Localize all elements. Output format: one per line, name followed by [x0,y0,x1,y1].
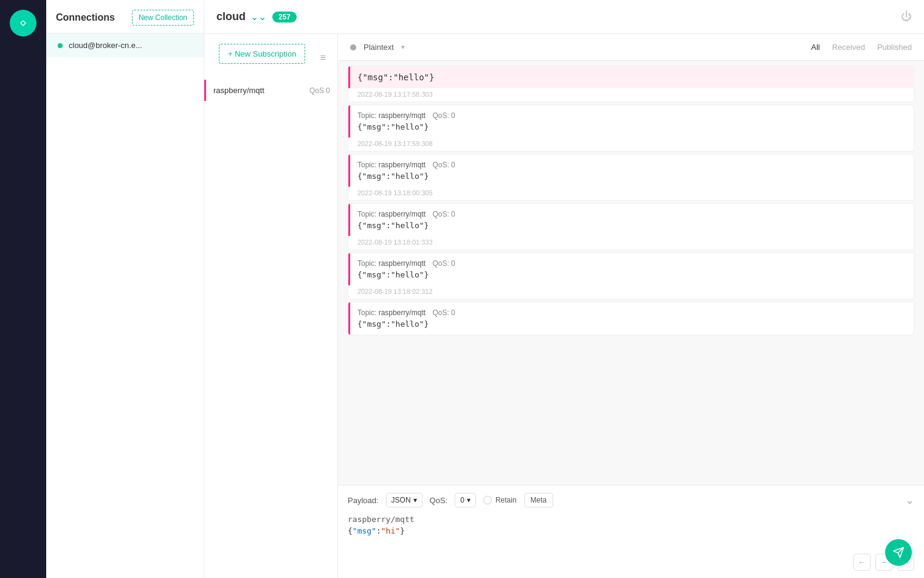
table-row: Topic: raspberry/mqtt QoS: 0 {"msg":"hel… [348,105,914,151]
meta-button[interactable]: Meta [524,493,554,507]
connections-panel: Connections New Collection cloud@broker-… [46,0,204,578]
connections-title: Connections [56,12,125,23]
publish-editor[interactable]: raspberry/mqtt {"msg":"hi"} [348,512,914,549]
message-body: Topic: raspberry/mqtt QoS: 0 {"msg":"hel… [357,259,906,279]
message-topic-name: raspberry/mqtt [379,210,426,218]
payload-type-chevron: ▾ [413,496,417,504]
messages-area-wrapper: Plaintext ▾ All Received Published {"m [338,34,924,578]
message-timestamp: 2022-08-19 13:17:58:303 [348,88,914,102]
message-payload: {"msg":"hello"} [357,172,906,181]
collapse-button[interactable]: ⌄ [905,493,914,507]
tab-received[interactable]: Received [832,41,865,53]
message-timestamp: 2022-08-19 13:18:01:333 [348,236,914,249]
message-topic-line: Topic: raspberry/mqtt QoS: 0 [357,259,906,268]
message-qos: QoS: 0 [430,111,455,120]
message-topic-line: Topic: raspberry/mqtt QoS: 0 [357,111,906,120]
new-collection-button[interactable]: New Collection [132,10,194,26]
tab-bar: All Received Published [811,41,912,53]
message-payload: {"msg":"hello"} [357,122,906,131]
message-topic-name: raspberry/mqtt [379,308,426,317]
content-body: + New Subscription ≡ raspberry/mqtt QoS … [204,34,924,578]
subscription-topic: raspberry/mqtt [213,86,309,95]
message-content: Topic: raspberry/mqtt QoS: 0 {"msg":"hel… [348,204,914,236]
table-row: Topic: raspberry/mqtt QoS: 0 {"msg":"hel… [348,154,914,201]
message-content: {"msg":"hello"} [348,66,914,88]
table-row: {"msg":"hello"} 2022-08-19 13:17:58:303 [348,66,914,102]
message-qos: QoS: 0 [430,308,455,317]
connection-status-dot [58,43,63,48]
message-payload: {"msg":"hello"} [357,72,906,82]
json-key: "msg" [353,526,376,535]
new-subscription-button[interactable]: + New Subscription [219,44,305,64]
message-body: Topic: raspberry/mqtt QoS: 0 {"msg":"hel… [357,308,906,329]
tab-published[interactable]: Published [877,41,912,53]
messages-area: Plaintext ▾ All Received Published {"m [338,34,924,578]
message-topic-name: raspberry/mqtt [379,161,426,169]
qos-chevron: ▾ [467,496,471,504]
connections-header: Connections New Collection [46,0,204,33]
message-body: {"msg":"hello"} [357,72,906,82]
subscriptions-header-row: + New Subscription ≡ [212,44,330,71]
message-qos: QoS: 0 [430,161,455,169]
table-row: Topic: raspberry/mqtt QoS: 0 {"msg":"hel… [348,252,914,299]
qos-value-select[interactable]: 0 ▾ [455,493,476,507]
message-list: {"msg":"hello"} 2022-08-19 13:17:58:303 … [338,61,924,485]
topic-label: Topic: [357,308,379,317]
left-sidebar [0,0,46,578]
table-row: Topic: raspberry/mqtt QoS: 0 {"msg":"hel… [348,203,914,250]
plaintext-label[interactable]: Plaintext [364,43,394,52]
publish-json: {"msg":"hi"} [348,526,914,535]
qos-badge: QoS 0 [309,86,330,95]
message-body: Topic: raspberry/mqtt QoS: 0 {"msg":"hel… [357,161,906,181]
back-button[interactable]: ← [853,554,871,571]
app-logo[interactable] [10,10,36,37]
message-body: Topic: raspberry/mqtt QoS: 0 {"msg":"hel… [357,111,906,131]
qos-label: QoS: [430,496,448,505]
connection-item-cloud[interactable]: cloud@broker-cn.e... [46,33,204,57]
topic-label: Topic: [357,210,379,218]
cloud-title: cloud [216,10,246,23]
message-timestamp: 2022-08-19 13:18:00:305 [348,187,914,200]
message-content: Topic: raspberry/mqtt QoS: 0 {"msg":"hel… [348,253,914,285]
retain-checkbox[interactable] [483,496,492,504]
publish-actions: ← − → [348,554,914,571]
topic-label: Topic: [357,111,379,120]
message-payload: {"msg":"hello"} [357,319,906,329]
send-button[interactable] [885,539,912,566]
table-row: Topic: raspberry/mqtt QoS: 0 {"msg":"hel… [348,302,914,335]
cloud-dropdown-icon[interactable]: ⌄⌄ [250,11,266,23]
message-qos: QoS: 0 [430,259,455,268]
json-value: "hi" [381,526,400,535]
plaintext-indicator [350,44,356,50]
message-topic-line: Topic: raspberry/mqtt QoS: 0 [357,308,906,317]
message-content: Topic: raspberry/mqtt QoS: 0 {"msg":"hel… [348,105,914,138]
tab-all[interactable]: All [811,41,819,53]
message-topic-name: raspberry/mqtt [379,111,426,120]
plaintext-dropdown-icon[interactable]: ▾ [401,43,405,51]
message-topic-line: Topic: raspberry/mqtt QoS: 0 [357,210,906,218]
filter-icon[interactable]: ≡ [320,52,325,63]
publish-topic: raspberry/mqtt [348,515,914,524]
payload-label: Payload: [348,496,379,505]
messages-toolbar: Plaintext ▾ All Received Published [338,34,924,61]
message-content: Topic: raspberry/mqtt QoS: 0 {"msg":"hel… [348,155,914,187]
connection-name: cloud@broker-cn.e... [69,41,142,50]
message-payload: {"msg":"hello"} [357,221,906,230]
payload-type-select[interactable]: JSON ▾ [386,493,422,507]
main-content: cloud ⌄⌄ 257 ⏻ + New Subscription ≡ rasp… [204,0,924,578]
message-topic-name: raspberry/mqtt [379,259,426,268]
message-qos: QoS: 0 [430,210,455,218]
topic-label: Topic: [357,259,379,268]
message-timestamp: 2022-08-19 13:18:02:312 [348,285,914,299]
message-payload: {"msg":"hello"} [357,270,906,279]
subscription-item-raspberry[interactable]: raspberry/mqtt QoS 0 [204,80,337,101]
message-count-badge: 257 [272,12,297,23]
subscriptions-panel: + New Subscription ≡ raspberry/mqtt QoS … [204,34,338,578]
publish-area: Payload: JSON ▾ QoS: 0 ▾ Retain [338,485,924,578]
publish-toolbar: Payload: JSON ▾ QoS: 0 ▾ Retain [348,493,914,507]
top-bar: cloud ⌄⌄ 257 ⏻ [204,0,924,34]
message-topic-line: Topic: raspberry/mqtt QoS: 0 [357,161,906,169]
topic-label: Topic: [357,161,379,169]
power-icon[interactable]: ⏻ [901,10,912,23]
retain-button[interactable]: Retain [483,496,517,504]
